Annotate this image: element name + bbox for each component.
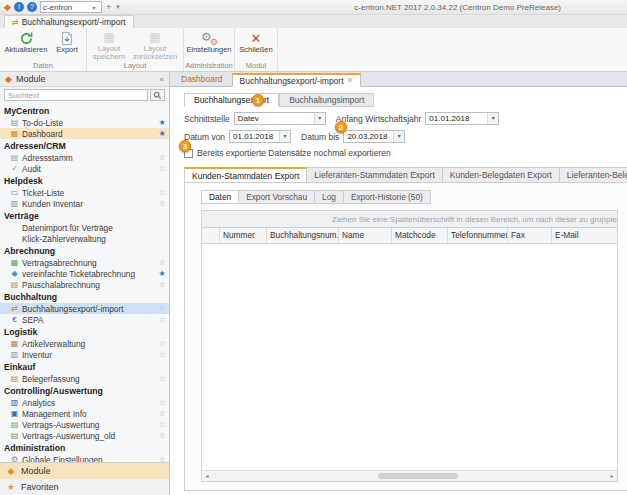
favorite-star-icon[interactable]: ☆ — [157, 409, 169, 418]
favorite-star-icon[interactable]: ☆ — [157, 350, 169, 359]
audit-icon: ✓ — [10, 164, 19, 173]
quick-search-combo[interactable]: ▾ — [40, 1, 102, 13]
column-header-nummer[interactable]: Nummer — [220, 228, 267, 243]
button-label: Einstellungen — [186, 46, 231, 54]
module-pane-button[interactable]: ◆ Module — [0, 463, 169, 479]
column-header-name[interactable]: Name — [339, 228, 392, 243]
sidebar-item-vertrags-auswertung-old[interactable]: ▤ Vertrags-Auswertung_old ☆ — [0, 430, 169, 441]
tab-lieferanten-belegdaten-export[interactable]: Lieferanten-Belegdaten Export — [560, 167, 627, 183]
sidebar-item-todo-liste[interactable]: ▤ To-do-Liste ★ — [0, 117, 169, 128]
sidebar-item-klick-zaehlerverwaltung[interactable]: Klick-Zählerverwaltung — [0, 233, 169, 244]
sidebar-item-ticket-liste[interactable]: ▭ Ticket-Liste ☆ — [0, 187, 169, 198]
search-button[interactable] — [150, 89, 165, 101]
info-icon[interactable]: i — [14, 2, 24, 12]
wirtschaftsjahr-date-picker[interactable]: 01.01.2018 ▾ — [425, 112, 499, 125]
favorite-star-icon[interactable]: ☆ — [157, 431, 169, 440]
sidebar-item-management-info[interactable]: ▣ Management Info ☆ — [0, 408, 169, 419]
sidebar-item-globale-einstellungen[interactable]: ⚙ Globale Einstellungen ☆ — [0, 454, 169, 462]
favorite-star-icon[interactable]: ☆ — [157, 374, 169, 383]
tab-buchhaltungsexport-import[interactable]: Buchhaltungsexport/-import × — [232, 73, 361, 87]
tab-kunden-stammdaten-export[interactable]: Kunden-Stammdaten Export — [184, 167, 307, 183]
favorite-star-icon[interactable]: ☆ — [157, 199, 169, 208]
column-header-fax[interactable]: Fax — [508, 228, 552, 243]
favorite-star-icon[interactable]: ☆ — [157, 188, 169, 197]
sidebar-item-kunden-inventar[interactable]: ▥ Kunden Inventar ☆ — [0, 198, 169, 209]
tab-export-vorschau[interactable]: Export Vorschau — [239, 190, 315, 204]
layout-zuruecksetzen-button[interactable]: ▦ Layout zurücksetzen — [129, 29, 181, 61]
sidebar-header: ◆ Module « — [0, 72, 169, 87]
sidebar-item-audit[interactable]: ✓ Audit ☆ — [0, 163, 169, 174]
sidebar-item-dashboard[interactable]: ▦ Dashboard ★ — [0, 128, 169, 139]
quick-search-input[interactable] — [41, 3, 89, 12]
help-icon[interactable]: ? — [27, 2, 37, 12]
tab-dashboard[interactable]: Dashboard — [174, 72, 230, 86]
scrollbar-thumb[interactable] — [378, 473, 458, 479]
tab-log[interactable]: Log — [315, 190, 344, 204]
favorite-star-icon[interactable]: ☆ — [157, 164, 169, 173]
schnittstelle-select[interactable]: Datev ▾ — [234, 112, 326, 125]
scroll-right-icon[interactable]: ▸ — [607, 472, 617, 481]
scrollbar-track[interactable] — [212, 471, 607, 481]
sidebar-item-pauschalabrechnung[interactable]: ▤ Pauschalabrechnung ☆ — [0, 279, 169, 290]
favorite-star-icon[interactable]: ★ — [157, 118, 169, 127]
tab-close-icon[interactable]: × — [348, 76, 353, 85]
chevron-down-icon[interactable]: ▾ — [314, 113, 325, 124]
sidebar-item-buchhaltungsexport-import[interactable]: ⇄ Buchhaltungsexport/-import ☆ — [0, 303, 169, 314]
datum-bis-date-picker[interactable]: 20.03.2018 ▾ — [343, 130, 405, 143]
collapse-sidebar-icon[interactable]: « — [160, 75, 164, 84]
favorite-star-icon[interactable]: ☆ — [157, 455, 169, 462]
column-header-matchcode[interactable]: Matchcode — [392, 228, 448, 243]
chevron-down-icon[interactable]: ▾ — [487, 113, 498, 124]
tab-daten[interactable]: Daten — [201, 190, 239, 204]
favorite-star-icon[interactable]: ☆ — [157, 398, 169, 407]
favorite-star-icon[interactable]: ☆ — [157, 339, 169, 348]
scroll-left-icon[interactable]: ◂ — [202, 472, 212, 481]
aktualisieren-button[interactable]: Aktualisieren — [2, 29, 50, 61]
sidebar-item-artikelverwaltung[interactable]: ▦ Artikelverwaltung ☆ — [0, 338, 169, 349]
tab-buchhaltungsexport[interactable]: Buchhaltungsexport — [184, 93, 279, 107]
sidebar-item-vereinfachte-ticketabrechnung[interactable]: ◆ vereinfachte Ticketabrechnung ★ — [0, 268, 169, 279]
favorite-star-icon[interactable]: ☆ — [157, 153, 169, 162]
chevron-down-icon[interactable]: ▾ — [89, 4, 99, 11]
favorite-star-icon[interactable]: ☆ — [157, 258, 169, 267]
chevron-down-icon[interactable]: ▾ — [279, 131, 290, 142]
schliessen-button[interactable]: ✕ Schließen — [237, 29, 275, 61]
sidebar-item-datenimport-vertraege[interactable]: Datenimport für Verträge — [0, 222, 169, 233]
sidebar-item-vertrags-auswertung[interactable]: ▤ Vertrags-Auswertung ☆ — [0, 419, 169, 430]
favorites-pane-button[interactable]: ★ Favoriten — [0, 479, 169, 495]
tab-kunden-belegdaten-export[interactable]: Kunden-Belegdaten Export — [443, 167, 560, 183]
date-value: 01.01.2018 — [426, 114, 487, 123]
sidebar-item-inventur[interactable]: ▥ Inventur ☆ — [0, 349, 169, 360]
layout-speichern-button[interactable]: ▦ Layout speichern — [89, 29, 129, 61]
export-button[interactable]: Export — [50, 29, 84, 61]
favorite-star-icon[interactable]: ☆ — [157, 420, 169, 429]
item-label: Buchhaltungsexport/-import — [22, 304, 154, 314]
search-input[interactable] — [4, 89, 148, 101]
tab-buchhaltungsimport[interactable]: Buchhaltungsimport — [279, 93, 374, 107]
datum-von-date-picker[interactable]: 01.01.2018 ▾ — [229, 130, 291, 143]
favorite-star-icon[interactable]: ☆ — [157, 315, 169, 324]
item-label: Vertrags-Auswertung — [22, 420, 154, 430]
sidebar-item-vertragsabrechnung[interactable]: ▦ Vertragsabrechnung ☆ — [0, 257, 169, 268]
tab-lieferanten-stammdaten-export[interactable]: Lieferanten-Stammdaten Export — [307, 167, 442, 183]
callout-badge-2: 2 — [335, 121, 347, 133]
ribbon-tab-buchhaltungsexport[interactable]: ⇄ Buchhaltungsexport/-import — [4, 15, 134, 28]
favorite-star-icon[interactable]: ★ — [157, 269, 169, 278]
column-header-telefonnummer[interactable]: Telefonnummer — [448, 228, 508, 243]
favorite-star-icon[interactable]: ☆ — [157, 304, 169, 313]
wirtschaftsjahr-label: Anfang Wirtschaftsjahr — [336, 114, 422, 124]
sidebar-item-sepa[interactable]: € SEPA ☆ — [0, 314, 169, 325]
add-button[interactable]: + — [105, 2, 112, 12]
horizontal-scrollbar[interactable]: ◂ ▸ — [202, 470, 617, 481]
sidebar-item-analytics[interactable]: ▥ Analytics ☆ — [0, 397, 169, 408]
chevron-down-icon[interactable]: ▾ — [393, 131, 404, 142]
einstellungen-button[interactable]: ⚙⚙ Einstellungen — [186, 29, 232, 61]
sidebar-item-adressstamm[interactable]: ▤ Adressstamm ☆ — [0, 152, 169, 163]
column-header-email[interactable]: E-Mail — [552, 228, 617, 243]
column-header-buchhaltungsnummer[interactable]: Buchhaltungsnum... — [267, 228, 339, 243]
tab-export-historie[interactable]: Export-Historie (50) — [344, 190, 431, 204]
sidebar-item-belegerfassung[interactable]: ▤ Belegerfassung ☆ — [0, 373, 169, 384]
favorite-star-icon[interactable]: ☆ — [157, 280, 169, 289]
favorite-star-icon[interactable]: ★ — [157, 129, 169, 138]
toolbar-overflow-icon[interactable]: ▾ — [115, 2, 121, 12]
